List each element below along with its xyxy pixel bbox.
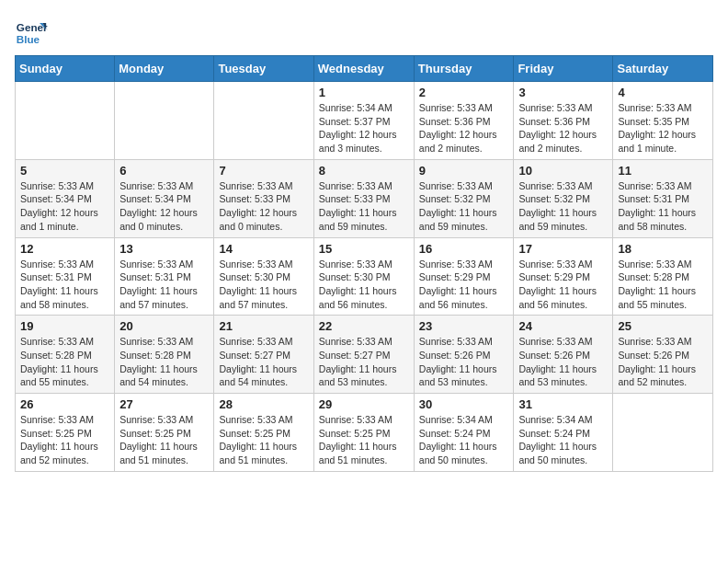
day-number: 7 [219, 164, 308, 178]
day-info: Sunrise: 5:33 AM Sunset: 5:28 PM Dayligh… [618, 258, 708, 312]
day-number: 1 [319, 86, 409, 99]
day-number: 5 [20, 164, 109, 178]
calendar-cell: 28Sunrise: 5:33 AM Sunset: 5:25 PM Dayli… [214, 394, 313, 472]
day-info: Sunrise: 5:33 AM Sunset: 5:27 PM Dayligh… [219, 335, 308, 389]
calendar-cell: 12Sunrise: 5:33 AM Sunset: 5:31 PM Dayli… [16, 237, 115, 316]
day-info: Sunrise: 5:33 AM Sunset: 5:36 PM Dayligh… [419, 101, 509, 155]
calendar-cell: 24Sunrise: 5:33 AM Sunset: 5:26 PM Dayli… [514, 316, 613, 394]
day-number: 10 [518, 164, 608, 178]
day-number: 25 [618, 319, 708, 333]
page-header: General Blue [15, 15, 713, 48]
day-info: Sunrise: 5:33 AM Sunset: 5:27 PM Dayligh… [319, 335, 409, 389]
day-number: 3 [518, 86, 608, 99]
day-info: Sunrise: 5:33 AM Sunset: 5:26 PM Dayligh… [618, 335, 708, 389]
day-info: Sunrise: 5:33 AM Sunset: 5:34 PM Dayligh… [20, 179, 109, 234]
day-info: Sunrise: 5:33 AM Sunset: 5:26 PM Dayligh… [518, 335, 608, 389]
day-info: Sunrise: 5:33 AM Sunset: 5:25 PM Dayligh… [119, 413, 209, 467]
calendar-week-row: 5Sunrise: 5:33 AM Sunset: 5:34 PM Daylig… [16, 159, 713, 237]
calendar-cell: 10Sunrise: 5:33 AM Sunset: 5:32 PM Dayli… [514, 159, 613, 237]
day-info: Sunrise: 5:33 AM Sunset: 5:30 PM Dayligh… [219, 258, 308, 312]
day-number: 13 [119, 242, 209, 256]
calendar-cell: 5Sunrise: 5:33 AM Sunset: 5:34 PM Daylig… [16, 159, 115, 237]
day-number: 30 [419, 397, 509, 411]
day-number: 14 [219, 242, 308, 256]
day-info: Sunrise: 5:33 AM Sunset: 5:29 PM Dayligh… [419, 258, 509, 312]
calendar-cell: 9Sunrise: 5:33 AM Sunset: 5:32 PM Daylig… [414, 159, 514, 237]
calendar-cell: 29Sunrise: 5:33 AM Sunset: 5:25 PM Dayli… [313, 394, 414, 472]
day-info: Sunrise: 5:33 AM Sunset: 5:28 PM Dayligh… [20, 335, 109, 389]
day-number: 2 [419, 86, 509, 99]
day-number: 18 [618, 242, 708, 256]
weekday-header: Thursday [414, 56, 514, 82]
calendar-cell: 2Sunrise: 5:33 AM Sunset: 5:36 PM Daylig… [414, 82, 514, 160]
day-info: Sunrise: 5:33 AM Sunset: 5:31 PM Dayligh… [618, 179, 708, 234]
day-number: 8 [319, 164, 409, 178]
day-info: Sunrise: 5:34 AM Sunset: 5:24 PM Dayligh… [518, 413, 608, 467]
day-number: 27 [119, 397, 209, 411]
logo-icon: General Blue [15, 15, 48, 48]
calendar-cell: 20Sunrise: 5:33 AM Sunset: 5:28 PM Dayli… [115, 316, 214, 394]
calendar-cell: 27Sunrise: 5:33 AM Sunset: 5:25 PM Dayli… [115, 394, 214, 472]
day-info: Sunrise: 5:33 AM Sunset: 5:25 PM Dayligh… [219, 413, 308, 467]
day-info: Sunrise: 5:33 AM Sunset: 5:34 PM Dayligh… [119, 179, 209, 234]
calendar-week-row: 1Sunrise: 5:34 AM Sunset: 5:37 PM Daylig… [16, 82, 713, 160]
day-info: Sunrise: 5:33 AM Sunset: 5:31 PM Dayligh… [20, 258, 109, 312]
day-number: 29 [319, 397, 409, 411]
calendar-week-row: 26Sunrise: 5:33 AM Sunset: 5:25 PM Dayli… [16, 394, 713, 472]
day-number: 11 [618, 164, 708, 178]
calendar-cell: 1Sunrise: 5:34 AM Sunset: 5:37 PM Daylig… [313, 82, 414, 160]
calendar-cell [613, 394, 713, 472]
svg-text:Blue: Blue [17, 33, 40, 45]
calendar-cell: 22Sunrise: 5:33 AM Sunset: 5:27 PM Dayli… [313, 316, 414, 394]
calendar-cell: 17Sunrise: 5:33 AM Sunset: 5:29 PM Dayli… [514, 237, 613, 316]
calendar-cell: 26Sunrise: 5:33 AM Sunset: 5:25 PM Dayli… [16, 394, 115, 472]
calendar-cell [214, 82, 313, 160]
day-number: 19 [20, 319, 109, 333]
day-info: Sunrise: 5:34 AM Sunset: 5:37 PM Dayligh… [319, 101, 409, 155]
day-info: Sunrise: 5:33 AM Sunset: 5:25 PM Dayligh… [319, 413, 409, 467]
weekday-header: Sunday [16, 56, 115, 82]
day-number: 22 [319, 319, 409, 333]
weekday-header: Saturday [613, 56, 713, 82]
day-number: 9 [419, 164, 509, 178]
day-number: 28 [219, 397, 308, 411]
calendar-cell: 16Sunrise: 5:33 AM Sunset: 5:29 PM Dayli… [414, 237, 514, 316]
weekday-header: Monday [115, 56, 214, 82]
day-number: 31 [518, 397, 608, 411]
day-number: 4 [618, 86, 708, 99]
calendar-cell: 15Sunrise: 5:33 AM Sunset: 5:30 PM Dayli… [313, 237, 414, 316]
day-info: Sunrise: 5:34 AM Sunset: 5:24 PM Dayligh… [419, 413, 509, 467]
calendar-week-row: 12Sunrise: 5:33 AM Sunset: 5:31 PM Dayli… [16, 237, 713, 316]
day-info: Sunrise: 5:33 AM Sunset: 5:26 PM Dayligh… [419, 335, 509, 389]
day-info: Sunrise: 5:33 AM Sunset: 5:30 PM Dayligh… [319, 258, 409, 312]
calendar-cell: 4Sunrise: 5:33 AM Sunset: 5:35 PM Daylig… [613, 82, 713, 160]
calendar-cell: 23Sunrise: 5:33 AM Sunset: 5:26 PM Dayli… [414, 316, 514, 394]
calendar-cell [16, 82, 115, 160]
day-number: 15 [319, 242, 409, 256]
day-number: 6 [119, 164, 209, 178]
day-info: Sunrise: 5:33 AM Sunset: 5:35 PM Dayligh… [618, 101, 708, 155]
calendar-cell: 31Sunrise: 5:34 AM Sunset: 5:24 PM Dayli… [514, 394, 613, 472]
day-info: Sunrise: 5:33 AM Sunset: 5:33 PM Dayligh… [219, 179, 308, 234]
day-info: Sunrise: 5:33 AM Sunset: 5:31 PM Dayligh… [119, 258, 209, 312]
calendar-cell: 14Sunrise: 5:33 AM Sunset: 5:30 PM Dayli… [214, 237, 313, 316]
calendar-cell: 8Sunrise: 5:33 AM Sunset: 5:33 PM Daylig… [313, 159, 414, 237]
day-info: Sunrise: 5:33 AM Sunset: 5:36 PM Dayligh… [518, 101, 608, 155]
calendar-cell: 30Sunrise: 5:34 AM Sunset: 5:24 PM Dayli… [414, 394, 514, 472]
svg-text:General: General [17, 21, 48, 33]
day-number: 23 [419, 319, 509, 333]
day-info: Sunrise: 5:33 AM Sunset: 5:33 PM Dayligh… [319, 179, 409, 234]
day-number: 16 [419, 242, 509, 256]
calendar-cell: 25Sunrise: 5:33 AM Sunset: 5:26 PM Dayli… [613, 316, 713, 394]
calendar-cell: 18Sunrise: 5:33 AM Sunset: 5:28 PM Dayli… [613, 237, 713, 316]
calendar-header: SundayMondayTuesdayWednesdayThursdayFrid… [16, 56, 713, 82]
day-info: Sunrise: 5:33 AM Sunset: 5:28 PM Dayligh… [119, 335, 209, 389]
calendar-cell: 19Sunrise: 5:33 AM Sunset: 5:28 PM Dayli… [16, 316, 115, 394]
logo: General Blue [15, 15, 51, 48]
day-number: 17 [518, 242, 608, 256]
calendar-cell: 6Sunrise: 5:33 AM Sunset: 5:34 PM Daylig… [115, 159, 214, 237]
calendar-cell: 11Sunrise: 5:33 AM Sunset: 5:31 PM Dayli… [613, 159, 713, 237]
day-number: 21 [219, 319, 308, 333]
calendar-cell: 21Sunrise: 5:33 AM Sunset: 5:27 PM Dayli… [214, 316, 313, 394]
calendar-cell [115, 82, 214, 160]
